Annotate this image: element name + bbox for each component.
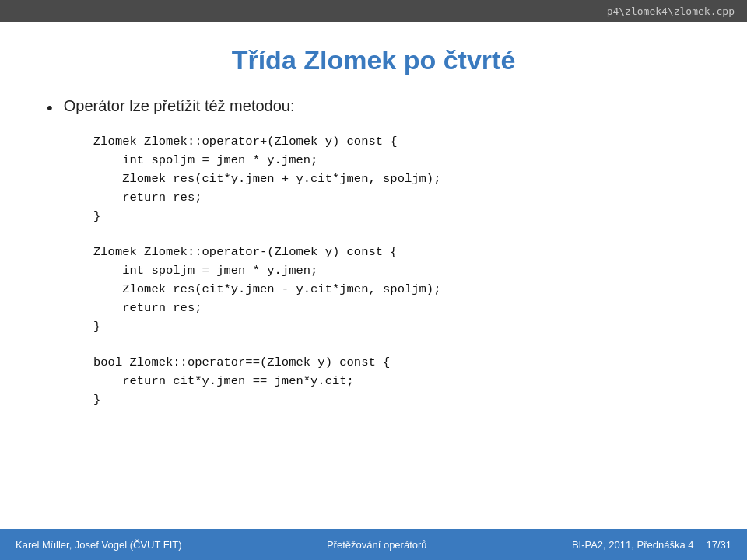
code-line: Zlomek Zlomek::operator-(Zlomek y) const…	[93, 243, 700, 261]
footer-info: BI-PA2, 2011, Přednáška 4 17/31	[572, 539, 731, 551]
bullet-dot: •	[47, 98, 53, 118]
bullet-text: Operátor lze přetížit též metodou:	[64, 97, 295, 115]
footer-topic: Přetěžování operátorů	[327, 539, 427, 551]
code-block-3: bool Zlomek::operator==(Zlomek y) const …	[93, 353, 700, 409]
code-block-2: Zlomek Zlomek::operator-(Zlomek y) const…	[93, 243, 700, 336]
code-line: return res;	[93, 188, 700, 207]
top-bar: p4\zlomek4\zlomek.cpp	[0, 0, 747, 22]
filename-label: p4\zlomek4\zlomek.cpp	[607, 5, 735, 17]
code-line: int spoljm = jmen * y.jmen;	[93, 261, 700, 280]
code-line: Zlomek Zlomek::operator+(Zlomek y) const…	[93, 132, 700, 151]
code-line: Zlomek res(cit*y.jmen - y.cit*jmen, spol…	[93, 280, 700, 299]
code-block-1: Zlomek Zlomek::operator+(Zlomek y) const…	[93, 132, 700, 226]
code-line: }	[93, 317, 700, 336]
footer-course: BI-PA2, 2011, Přednáška 4	[572, 539, 694, 551]
bullet-section: • Operátor lze přetížit též metodou:	[47, 97, 700, 118]
footer: Karel Müller, Josef Vogel (ČVUT FIT) Pře…	[0, 529, 747, 560]
slide-title: Třída Zlomek po čtvrté	[47, 45, 700, 75]
code-line: bool Zlomek::operator==(Zlomek y) const …	[93, 353, 700, 372]
slide-content: Třída Zlomek po čtvrté • Operátor lze př…	[0, 22, 747, 529]
code-line: return res;	[93, 299, 700, 317]
code-line: int spoljm = jmen * y.jmen;	[93, 151, 700, 170]
footer-page: 17/31	[706, 539, 731, 551]
code-line: }	[93, 207, 700, 226]
footer-author: Karel Müller, Josef Vogel (ČVUT FIT)	[16, 539, 182, 551]
code-line: Zlomek res(cit*y.jmen + y.cit*jmen, spol…	[93, 170, 700, 188]
code-line: }	[93, 390, 700, 409]
bullet-item: • Operátor lze přetížit též metodou:	[47, 97, 700, 118]
code-line: return cit*y.jmen == jmen*y.cit;	[93, 372, 700, 390]
